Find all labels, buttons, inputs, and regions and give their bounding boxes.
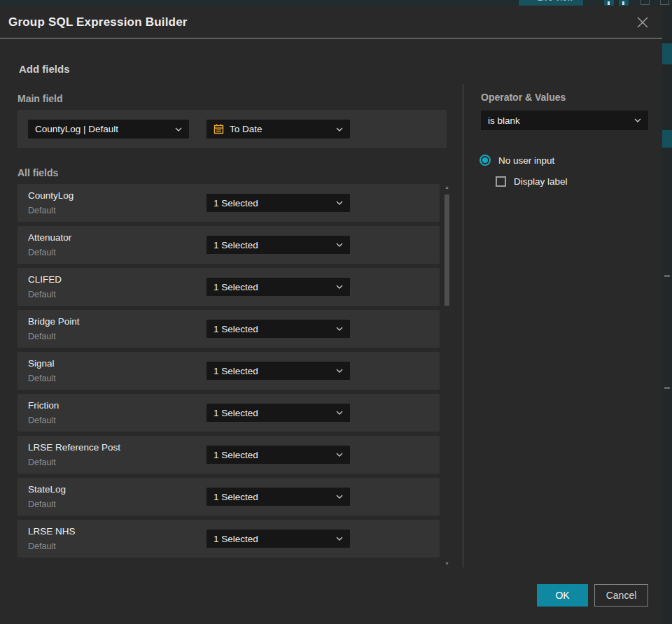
dialog-header: Group SQL Expression Builder <box>0 6 662 38</box>
chevron-down-icon <box>336 327 343 331</box>
sidebar-fragment <box>662 43 672 64</box>
checkbox-unchecked-icon <box>496 176 506 187</box>
radio-label: No user input <box>498 155 554 166</box>
close-button[interactable] <box>633 13 652 32</box>
chevron-down-icon <box>336 201 343 205</box>
dropdown-value: 1 Selected <box>214 450 336 460</box>
field-selected-dropdown[interactable]: 1 Selected <box>206 320 350 338</box>
field-name: CLIFED <box>28 274 62 285</box>
field-row-signal: Signal Default 1 Selected <box>18 352 440 390</box>
dropdown-value: 1 Selected <box>214 240 336 250</box>
field-row-countylog: CountyLog Default 1 Selected <box>18 184 440 222</box>
field-selected-dropdown[interactable]: 1 Selected <box>206 488 350 506</box>
field-row-lrse-reference-post: LRSE Reference Post Default 1 Selected <box>18 436 440 474</box>
chevron-down-icon <box>336 411 343 415</box>
field-selected-dropdown[interactable]: 1 Selected <box>206 362 350 380</box>
operator-dropdown[interactable]: is blank <box>481 111 648 130</box>
toolbar-icon-fragment <box>604 0 614 6</box>
dropdown-value: 1 Selected <box>214 534 336 544</box>
field-row-bridge-point: Bridge Point Default 1 Selected <box>18 310 440 348</box>
field-subtitle: Default <box>28 248 56 257</box>
all-fields-label: All fields <box>18 167 58 178</box>
field-row-lrse-nhs: LRSE NHS Default 1 Selected <box>18 520 440 558</box>
toolbar-icon-fragment <box>640 0 650 5</box>
chevron-down-icon <box>336 495 343 499</box>
scroll-down-arrow-icon[interactable]: ▼ <box>443 560 451 567</box>
field-selected-dropdown[interactable]: 1 Selected <box>206 278 350 296</box>
field-selected-dropdown[interactable]: 1 Selected <box>206 404 350 422</box>
field-subtitle: Default <box>28 416 56 425</box>
field-name: Friction <box>28 400 59 411</box>
field-subtitle: Default <box>28 541 56 551</box>
field-row-clifed: CLIFED Default 1 Selected <box>18 268 440 306</box>
live-view-button: Live View <box>519 0 583 6</box>
chevron-down-icon <box>336 369 343 373</box>
field-row-friction: Friction Default 1 Selected <box>18 394 440 432</box>
group-sql-expression-builder-dialog: Group SQL Expression Builder Add fields … <box>0 6 662 624</box>
ok-button[interactable]: OK <box>537 584 588 607</box>
fields-list-scrollbar[interactable]: ▲ ▼ <box>443 184 451 567</box>
chevron-down-icon <box>336 285 343 289</box>
dropdown-value: CountyLog | Default <box>35 124 175 134</box>
close-icon <box>636 16 649 29</box>
radio-selected-icon <box>479 155 491 166</box>
dropdown-value: 1 Selected <box>214 198 336 208</box>
dropdown-value: 1 Selected <box>214 492 336 502</box>
toolbar-icon-fragment <box>619 0 629 6</box>
main-field-type-dropdown[interactable]: To Date <box>206 120 350 139</box>
all-fields-list: CountyLog Default 1 Selected Attenuator … <box>18 184 440 562</box>
sidebar-fragment <box>664 387 670 389</box>
main-field-panel: CountyLog | Default To Date <box>18 110 447 148</box>
background-app-right-strip <box>662 6 672 624</box>
field-row-attenuator: Attenuator Default 1 Selected <box>18 226 440 264</box>
live-view-label: Live View <box>537 0 573 3</box>
field-subtitle: Default <box>28 332 56 341</box>
sidebar-fragment <box>664 275 670 277</box>
calendar-icon <box>214 124 224 134</box>
field-row-statelog: StateLog Default 1 Selected <box>18 478 440 516</box>
background-app-top-strip: Live View <box>0 0 672 6</box>
main-field-dropdown[interactable]: CountyLog | Default <box>28 120 189 139</box>
dialog-title: Group SQL Expression Builder <box>8 6 188 38</box>
field-subtitle: Default <box>28 290 56 299</box>
chevron-down-icon <box>336 537 343 541</box>
field-subtitle: Default <box>28 499 56 509</box>
vertical-divider <box>463 84 463 567</box>
chevron-down-icon <box>336 453 343 457</box>
chevron-down-icon <box>175 127 182 132</box>
field-subtitle: Default <box>28 206 56 215</box>
checkbox-label: Display label <box>514 176 568 187</box>
field-name: Bridge Point <box>28 316 80 327</box>
field-selected-dropdown[interactable]: 1 Selected <box>206 194 350 212</box>
scroll-up-arrow-icon[interactable]: ▲ <box>443 184 451 191</box>
chevron-down-icon <box>336 127 343 132</box>
dropdown-value: 1 Selected <box>214 408 336 418</box>
scrollbar-thumb[interactable] <box>444 194 449 306</box>
chevron-down-icon <box>634 118 641 122</box>
no-user-input-radio[interactable]: No user input <box>479 155 554 166</box>
field-name: LRSE Reference Post <box>28 442 120 453</box>
add-fields-heading: Add fields <box>19 63 70 75</box>
main-field-label: Main field <box>18 93 63 104</box>
sidebar-fragment <box>662 130 672 148</box>
field-selected-dropdown[interactable]: 1 Selected <box>206 446 350 464</box>
field-name: CountyLog <box>28 190 74 201</box>
field-subtitle: Default <box>28 374 56 383</box>
display-label-checkbox[interactable]: Display label <box>496 176 568 187</box>
field-name: LRSE NHS <box>28 526 76 537</box>
dropdown-value: 1 Selected <box>214 282 336 292</box>
cancel-button[interactable]: Cancel <box>594 584 648 607</box>
field-selected-dropdown[interactable]: 1 Selected <box>206 530 350 548</box>
field-name: Attenuator <box>28 232 71 243</box>
operator-values-label: Operator & Values <box>481 92 566 103</box>
dropdown-value: is blank <box>488 115 634 126</box>
field-selected-dropdown[interactable]: 1 Selected <box>206 236 350 254</box>
field-name: StateLog <box>28 484 66 495</box>
chevron-down-icon <box>336 243 343 247</box>
dropdown-value: 1 Selected <box>214 324 336 334</box>
dropdown-value: To Date <box>230 124 336 134</box>
toolbar-icon-fragment <box>660 0 669 5</box>
field-subtitle: Default <box>28 458 56 467</box>
dropdown-value: 1 Selected <box>214 366 336 376</box>
field-name: Signal <box>28 358 55 369</box>
